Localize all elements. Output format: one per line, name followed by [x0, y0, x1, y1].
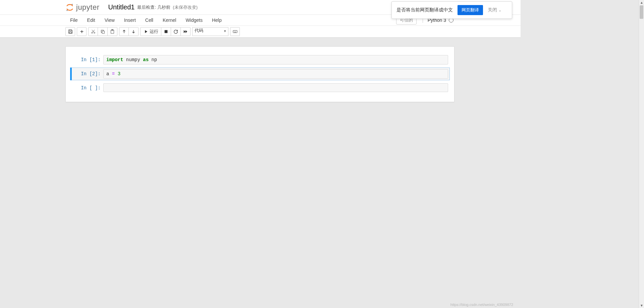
command-palette-button[interactable] — [230, 27, 240, 36]
notebook-container: In [1]:import numpy as npIn [2]:a = 3In … — [65, 46, 454, 102]
move-up-button[interactable] — [119, 27, 129, 36]
menu-cell[interactable]: Cell — [141, 15, 158, 25]
scrollbar-thumb[interactable] — [640, 5, 643, 19]
checkpoint-prefix: 最后检查: — [137, 5, 156, 10]
scroll-down-icon: ▼ — [640, 304, 643, 307]
menu-edit[interactable]: Edit — [83, 15, 100, 25]
scissors-icon — [91, 29, 96, 34]
menu-help[interactable]: Help — [207, 15, 226, 25]
restart-icon — [173, 29, 178, 34]
arrow-down-icon — [131, 29, 136, 34]
stop-icon — [164, 29, 168, 34]
svg-point-5 — [94, 32, 95, 34]
svg-rect-9 — [111, 30, 113, 31]
fast-forward-icon — [183, 29, 188, 34]
checkpoint-time: 几秒前 — [157, 5, 170, 10]
move-down-button[interactable] — [129, 27, 139, 36]
scroll-up-icon: ▲ — [640, 1, 643, 4]
celltype-select[interactable]: 代码 — [192, 27, 228, 36]
menu-widgets[interactable]: Widgets — [181, 15, 207, 25]
restart-run-all-button[interactable] — [181, 27, 191, 36]
save-icon — [68, 29, 73, 34]
cell-prompt: In [1]: — [70, 55, 103, 64]
chevron-down-icon: ⌄ — [498, 8, 501, 12]
cell-prompt: In [ ]: — [70, 83, 103, 92]
svg-rect-7 — [102, 31, 104, 33]
menu-file[interactable]: File — [65, 15, 83, 25]
svg-rect-3 — [69, 32, 71, 33]
jupyter-logo[interactable]: jupyter — [65, 3, 100, 12]
paste-icon — [110, 29, 115, 34]
svg-rect-8 — [111, 30, 114, 34]
cell-input[interactable] — [103, 83, 448, 92]
translate-close-label: 关闭 — [488, 7, 497, 13]
svg-point-1 — [66, 10, 67, 11]
copy-button[interactable] — [98, 27, 108, 36]
svg-point-0 — [72, 4, 73, 5]
code-cell[interactable]: In [ ]: — [70, 82, 450, 94]
unsaved-label: (未保存改变) — [173, 5, 198, 10]
jupyter-logo-icon — [65, 3, 74, 12]
vertical-scrollbar[interactable]: ▲ ▼ — [639, 0, 644, 308]
run-button[interactable]: 运行 — [140, 27, 161, 36]
save-button[interactable] — [65, 27, 75, 36]
translate-button[interactable]: 网页翻译 — [458, 5, 483, 15]
restart-button[interactable] — [171, 27, 181, 36]
cut-button[interactable] — [88, 27, 98, 36]
checkpoint-status: 最后检查: 几秒前 (未保存改变) — [137, 4, 198, 10]
translate-popover: 是否将当前网页翻译成中文 网页翻译 关闭 ⌄ — [391, 1, 512, 19]
menu-kernel[interactable]: Kernel — [158, 15, 181, 25]
interrupt-button[interactable] — [161, 27, 171, 36]
svg-rect-10 — [165, 30, 168, 33]
code-cell[interactable]: In [1]:import numpy as np — [70, 53, 450, 66]
cell-input[interactable]: import numpy as np — [103, 55, 448, 64]
paste-button[interactable] — [108, 27, 117, 36]
toolbar: 运行 代码 — [0, 26, 521, 38]
step-forward-icon — [143, 29, 148, 34]
notebook-area: In [1]:import numpy as npIn [2]:a = 3In … — [0, 38, 521, 102]
menu-insert[interactable]: Insert — [119, 15, 141, 25]
arrow-up-icon — [122, 29, 126, 34]
menu-view[interactable]: View — [100, 15, 119, 25]
translate-question: 是否将当前网页翻译成中文 — [396, 7, 453, 13]
keyboard-icon — [233, 29, 237, 34]
svg-rect-11 — [233, 31, 237, 33]
logo-text: jupyter — [76, 3, 100, 12]
code-cell[interactable]: In [2]:a = 3 — [70, 68, 450, 80]
add-cell-button[interactable] — [77, 27, 87, 36]
translate-close-button[interactable]: 关闭 ⌄ — [488, 7, 501, 13]
cell-input[interactable]: a = 3 — [103, 69, 448, 79]
celltype-value: 代码 — [195, 28, 203, 33]
plus-icon — [79, 29, 84, 34]
watermark-text: https://blog.csdn.net/weixin_43909872 — [450, 303, 513, 307]
svg-point-4 — [91, 32, 93, 34]
copy-icon — [100, 29, 105, 34]
run-label: 运行 — [150, 29, 158, 35]
cell-prompt: In [2]: — [70, 69, 103, 79]
notebook-title[interactable]: Untitled1 — [108, 3, 135, 11]
